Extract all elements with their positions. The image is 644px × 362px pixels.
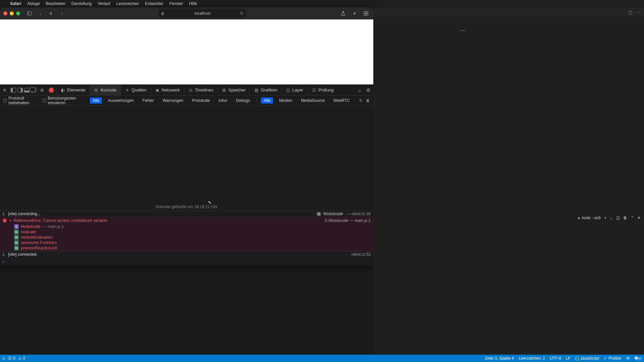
more-icon[interactable]: ⋯ [635, 10, 641, 15]
tab-konsole[interactable]: ⧉Konsole [90, 85, 120, 95]
filter-protokolle[interactable]: Protokolle [189, 98, 212, 104]
stack-frame[interactable]: N(anonyme Funktion) [14, 240, 373, 245]
feedback-icon[interactable]: ✉ [626, 356, 630, 361]
sidebar-toggle-icon[interactable] [25, 9, 34, 17]
tab-group-chevron-icon[interactable]: ⌄ [36, 9, 44, 17]
menu-bearbeiten[interactable]: Bearbeiten [46, 1, 65, 6]
problems-errors[interactable]: ⓧ0 [8, 356, 15, 361]
notifications-icon[interactable]: �ღ [634, 356, 641, 361]
tab-pruefung[interactable]: ☑Prüfung [307, 85, 338, 95]
language-mode[interactable]: { }JavaScript [575, 356, 599, 361]
tab-layer[interactable]: ◫Layer [281, 85, 308, 95]
dock-popout-icon[interactable] [31, 88, 36, 93]
terminal-dropdown-icon[interactable]: ⌄ [610, 216, 613, 220]
close-window-button[interactable] [3, 11, 7, 15]
tab-overview-icon[interactable] [362, 9, 370, 17]
devtools-close-icon[interactable]: ✕ [0, 87, 9, 93]
refresh-icon[interactable]: ↻ [359, 98, 363, 103]
menu-entwickler[interactable]: Entwickler [145, 1, 163, 6]
tab-timelines[interactable]: ◷Timelines [184, 85, 217, 95]
cursor-position[interactable]: Zeile 3, Spalte 4 [485, 356, 514, 361]
remote-indicator[interactable]: ⎋ [3, 356, 5, 361]
svg-rect-2 [364, 11, 366, 13]
minimize-window-button[interactable] [10, 11, 14, 15]
preserve-log-checkbox[interactable]: Protokoll beibehalten [3, 96, 39, 105]
expand-caret-icon[interactable]: ▼ [9, 219, 12, 223]
log-message: [vite] connecting... [7, 212, 317, 216]
menu-hilfe[interactable]: Hilfe [189, 1, 197, 6]
app-name[interactable]: Safari [10, 1, 21, 6]
tab-label: Netzwerk [162, 87, 180, 93]
stack-frame[interactable]: SModulcode— main.js:1 [14, 224, 373, 229]
media-webrtc[interactable]: WebRTC [331, 98, 353, 104]
back-button[interactable] [47, 9, 55, 17]
dock-right-icon[interactable] [17, 88, 23, 93]
close-terminal-icon[interactable]: ✕ [637, 216, 641, 220]
eol[interactable]: LF [566, 356, 571, 361]
indentation[interactable]: Leerzeichen: 2 [519, 356, 545, 361]
error-entry[interactable]: ! ▼ ReferenceError: Cannot access uninit… [0, 217, 373, 251]
console-output[interactable]: Konsole gelöscht um 16:18:11 Uhr L [vite… [0, 106, 373, 265]
share-icon[interactable] [339, 9, 347, 17]
minimap-region [460, 30, 466, 31]
menu-ablage[interactable]: Ablage [27, 1, 40, 6]
privacy-icon[interactable]: ◐ [161, 11, 165, 16]
kill-terminal-icon[interactable]: 🗑 [623, 216, 627, 220]
forward-button[interactable] [58, 9, 66, 17]
menu-lesezeichen[interactable]: Lesezeichen [116, 1, 139, 6]
svg-rect-0 [28, 12, 32, 15]
clear-console-icon[interactable]: 🗑 [366, 98, 370, 103]
filter-alle[interactable]: Alle [90, 98, 102, 104]
address-bar[interactable]: ◐ localhost ↻ [159, 9, 246, 18]
stack-frame[interactable]: NpromiseReactionJob [14, 245, 373, 251]
error-source[interactable]: S Modulcode — main.js:1 [325, 218, 371, 223]
log-line[interactable]: L [vite] connecting... S Modulcode — cli… [0, 210, 373, 217]
svg-rect-3 [366, 11, 368, 13]
element-picker-icon[interactable]: ⊕ [38, 87, 47, 93]
tab-speicher[interactable]: ⊞Speicher [217, 85, 250, 95]
error-badge[interactable]: ! [49, 87, 54, 93]
log-source[interactable]: S Modulcode — client.ts:16 [317, 212, 371, 216]
log-source[interactable]: client.ts:53 [352, 252, 371, 257]
tab-quellen[interactable]: ≡Quellen [120, 85, 151, 95]
settings-gear-icon[interactable]: ⚙ [364, 87, 373, 93]
stack-frame[interactable]: Nevaluate [14, 229, 373, 235]
menu-fenster[interactable]: Fenster [169, 1, 183, 6]
dock-bottom-icon[interactable] [24, 88, 30, 93]
terminal-name[interactable]: ▸node - es6 [578, 216, 601, 220]
new-tab-icon[interactable]: + [351, 9, 359, 17]
console-cleared-msg: Konsole gelöscht um 16:18:11 Uhr [0, 203, 373, 210]
menu-darstellung[interactable]: Darstellung [71, 1, 92, 6]
devtools-tabbar: ✕ ⊕ ! ◧Elemente ⧉Konsole ≡Quellen ◉Netzw… [0, 85, 373, 96]
reload-icon[interactable]: ↻ [240, 11, 244, 16]
filter-fehler[interactable]: Fehler [140, 98, 157, 104]
prettier-status[interactable]: ✓Prettier [604, 356, 622, 361]
tab-netzwerk[interactable]: ◉Netzwerk [151, 85, 184, 95]
page-content[interactable] [0, 19, 373, 84]
media-mediasource[interactable]: MediaSource [298, 98, 327, 104]
stack-frame[interactable]: NmoduleEvaluation [14, 235, 373, 240]
layout-toggle-icon[interactable]: ◫ [627, 10, 633, 15]
maximize-terminal-icon[interactable]: ⌃ [631, 216, 634, 220]
new-terminal-icon[interactable]: + [604, 216, 606, 220]
console-prompt[interactable]: › [0, 257, 373, 265]
media-alle[interactable]: Alle [261, 98, 273, 104]
tab-elemente[interactable]: ◧Elemente [56, 85, 90, 95]
split-terminal-icon[interactable]: ◫ [616, 216, 620, 220]
problems-warnings[interactable]: ⚠0 [18, 356, 25, 361]
tab-label: Timelines [195, 87, 213, 93]
frame-badge-icon: S [14, 224, 19, 229]
log-line[interactable]: L [vite] connected. client.ts:53 [0, 251, 373, 257]
media-medien[interactable]: Medien [276, 98, 295, 104]
dock-left-icon[interactable] [11, 88, 16, 93]
filter-infos[interactable]: Infos [216, 98, 230, 104]
emulate-gestures-checkbox[interactable]: Benutzergesten emulieren [43, 96, 87, 105]
search-icon[interactable]: ⌕ [356, 87, 364, 93]
filter-warnungen[interactable]: Warnungen [160, 98, 186, 104]
tab-grafiken[interactable]: ▨Grafiken [250, 85, 281, 95]
filter-debugs[interactable]: Debugs [233, 98, 253, 104]
zoom-window-button[interactable] [16, 11, 20, 15]
menu-verlauf[interactable]: Verlauf [98, 1, 110, 6]
filter-auswertungen[interactable]: Auswertungen [105, 98, 137, 104]
encoding[interactable]: UTF-8 [550, 356, 561, 361]
